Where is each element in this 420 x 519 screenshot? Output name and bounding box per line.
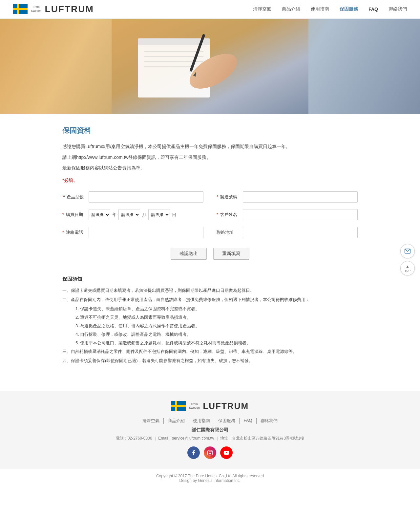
- submit-button[interactable]: 確認送出: [171, 248, 207, 260]
- main-nav: 清淨空氣 商品介紹 使用指南 保固服務 FAQ 聯絡我們: [253, 6, 407, 12]
- warranty-sub-3: 3. 為遵循產品之規格、使用手冊內容之方式操作不當使用產品者。: [75, 322, 358, 330]
- nav-faq[interactable]: FAQ: [368, 7, 378, 12]
- logo-area: FromSweden LUFTRUM: [13, 4, 94, 14]
- sweden-flag-icon: [13, 4, 28, 14]
- warranty-item-3: 三、自然耗損或屬消耗品之零件、附件及配件不包括在保固範圍內。例如：濾網、吸盤、綁…: [62, 347, 358, 356]
- footer-contact: 電話：02-2760-0800 ｜ Email：service@luftrum.…: [13, 436, 407, 441]
- nav-clean-air[interactable]: 清淨空氣: [253, 6, 271, 12]
- nav-warranty[interactable]: 保固服務: [340, 6, 358, 12]
- svg-point-19: [211, 451, 212, 452]
- intro-line3: 最新保固服務內容以網站公告資訊為準。: [62, 163, 358, 172]
- form-buttons: 確認送出 重新填寫: [62, 248, 358, 260]
- customer-name-label: * 客戶姓名: [217, 212, 240, 218]
- day-unit: 日: [172, 212, 176, 218]
- site-header: FromSweden LUFTRUM 清淨空氣 商品介紹 使用指南 保固服務 F…: [0, 0, 420, 19]
- address-label: 聯絡地址: [217, 229, 240, 235]
- svg-rect-3: [13, 8, 28, 10]
- footer-phone: 電話：02-2760-0800: [116, 436, 152, 441]
- serial-number-input[interactable]: [243, 191, 358, 203]
- copyright-section: Copyright © 2017 The Pure Honest Co.,Ltd…: [0, 469, 420, 487]
- svg-rect-16: [171, 405, 186, 407]
- svg-rect-17: [208, 450, 213, 455]
- copyright-line1: Copyright © 2017 The Pure Honest Co.,Ltd…: [13, 474, 407, 478]
- warranty-sub-5: 5. 使用非本公司進口、製造或銷售之原廠耗材、配件或與型號不符之耗材而導致產品損…: [75, 339, 358, 347]
- date-selectors: 請選擇 年 請選擇 月 請選擇 日: [89, 209, 203, 220]
- hero-illustration: [112, 19, 308, 114]
- warranty-sub-list: 1. 保證卡遺失、未蓋經銷店章、產品之保固資料不完整或不實者。 2. 遭遇不可抗…: [62, 305, 358, 347]
- address-row: 聯絡地址: [217, 227, 358, 238]
- from-sweden-text: FromSweden: [31, 5, 42, 13]
- svg-point-18: [209, 452, 211, 454]
- nav-contact[interactable]: 聯絡我們: [388, 6, 407, 12]
- nav-products[interactable]: 商品介紹: [282, 6, 300, 12]
- footer-logo-text: LUFTRUM: [203, 401, 249, 411]
- footer-nav-5[interactable]: FAQ: [240, 418, 256, 424]
- copyright-line2: Design by Genesis Information Inc.: [13, 478, 407, 483]
- footer-nav-1[interactable]: 清淨空氣: [138, 418, 164, 424]
- footer-nav-4[interactable]: 保固服務: [214, 418, 240, 424]
- footer-nav-2[interactable]: 商品介紹: [164, 418, 189, 424]
- year-select[interactable]: 請選擇: [89, 209, 110, 220]
- phone-label: * 連絡電話: [62, 229, 85, 235]
- social-icons: [13, 446, 407, 459]
- intro-line2: 請上網http://www.luftrum.com.tw登錄保固資訊，即可享有二…: [62, 153, 358, 162]
- customer-name-input[interactable]: [243, 209, 358, 220]
- hero-image: [0, 19, 420, 114]
- product-model-label: * * 產品型號: [62, 194, 85, 200]
- svg-rect-6: [138, 38, 210, 45]
- purchase-date-label: * 購買日期: [62, 212, 85, 218]
- warranty-sub-4: 4. 自行拆裝、修理，或修改、調整產品之電路、機械結構者。: [75, 330, 358, 339]
- phone-input[interactable]: [89, 227, 203, 238]
- warranty-form: * * 產品型號 * 製造號碼 * 購買日期 請選擇: [62, 191, 358, 260]
- customer-name-row: * 客戶姓名: [217, 209, 358, 220]
- footer-nav-6[interactable]: 聯絡我們: [257, 418, 282, 424]
- footer-flag-icon: [171, 401, 186, 411]
- main-content: 保固資料 感謝您購買Luftrum車用/桌用空氣清淨機，本公司提供產品主機一年免…: [49, 114, 371, 391]
- month-select[interactable]: 請選擇: [118, 209, 140, 220]
- month-unit: 月: [142, 212, 146, 218]
- facebook-icon[interactable]: [187, 446, 200, 459]
- footer-nav: 清淨空氣 商品介紹 使用指南 保固服務 FAQ 聯絡我們: [13, 418, 407, 424]
- youtube-icon[interactable]: [220, 446, 233, 459]
- reset-button[interactable]: 重新填寫: [213, 248, 249, 260]
- warranty-section: 保固須知 一、保證卡遺失或購買日期未填寫者，若無法提出購買憑證，則保固期限以產品…: [62, 276, 358, 365]
- address-input[interactable]: [243, 227, 358, 238]
- footer-address: 地址：台北市松山區八德路四段91巷3弄43號1樓: [220, 436, 304, 441]
- warranty-item-2: 二、產品在保固期內，依使用手冊正常使用產品，而自然故障者，提供免費維修服務，但如…: [62, 295, 358, 304]
- footer-brand: FromSweden LUFTRUM 清淨空氣 商品介紹 使用指南 保固服務 F…: [0, 391, 420, 469]
- warranty-sub-2: 2. 遭遇不可抗拒之天災、地變或人為因素而導致產品損壞者。: [75, 313, 358, 322]
- footer-logo-row: FromSweden LUFTRUM: [13, 401, 407, 411]
- footer-nav-3[interactable]: 使用指南: [189, 418, 214, 424]
- top-float-button[interactable]: ▲ TOP: [400, 261, 415, 275]
- footer-email: Email：service@luftrum.com.tw: [158, 436, 214, 441]
- nav-guide[interactable]: 使用指南: [311, 6, 329, 12]
- product-model-row: * * 產品型號: [62, 191, 203, 203]
- warranty-item-4: 四、保證卡須妥善保存(即使保固期已過)，若遺失可能影響應有之權益，如有遺失、破損…: [62, 357, 358, 365]
- warranty-sub-1: 1. 保證卡遺失、未蓋經銷店章、產品之保固資料不完整或不實者。: [75, 305, 358, 313]
- warranty-title: 保固須知: [62, 276, 358, 282]
- page-title: 保固資料: [62, 126, 358, 136]
- float-buttons: ▲ TOP: [400, 244, 415, 275]
- warranty-item-1: 一、保證卡遺失或購買日期未填寫者，若無法提出購買憑證，則保固期限以產品進口日期做…: [62, 286, 358, 295]
- form-grid: * * 產品型號 * 製造號碼 * 購買日期 請選擇: [62, 191, 358, 238]
- required-note: *必填。: [62, 178, 358, 184]
- top-label: TOP: [405, 269, 410, 272]
- footer-from-sweden: FromSweden: [189, 402, 200, 410]
- purchase-date-row: * 購買日期 請選擇 年 請選擇 月 請選擇 日: [62, 209, 203, 220]
- day-select[interactable]: 請選擇: [148, 209, 170, 220]
- product-model-input[interactable]: [89, 191, 203, 203]
- serial-number-row: * 製造號碼: [217, 191, 358, 203]
- hero-banner: [0, 19, 420, 114]
- mail-float-button[interactable]: [400, 244, 415, 258]
- instagram-icon[interactable]: [204, 446, 216, 459]
- serial-number-label: * 製造號碼: [217, 194, 240, 200]
- phone-row: * 連絡電話: [62, 227, 203, 238]
- footer-company: 誠仁國際有限公司: [13, 427, 407, 433]
- intro-line1: 感謝您購買Luftrum車用/桌用空氣清淨機，本公司提供產品主機一年免費保固服務…: [62, 142, 358, 151]
- year-unit: 年: [112, 212, 116, 218]
- logo-text: LUFTRUM: [45, 4, 94, 14]
